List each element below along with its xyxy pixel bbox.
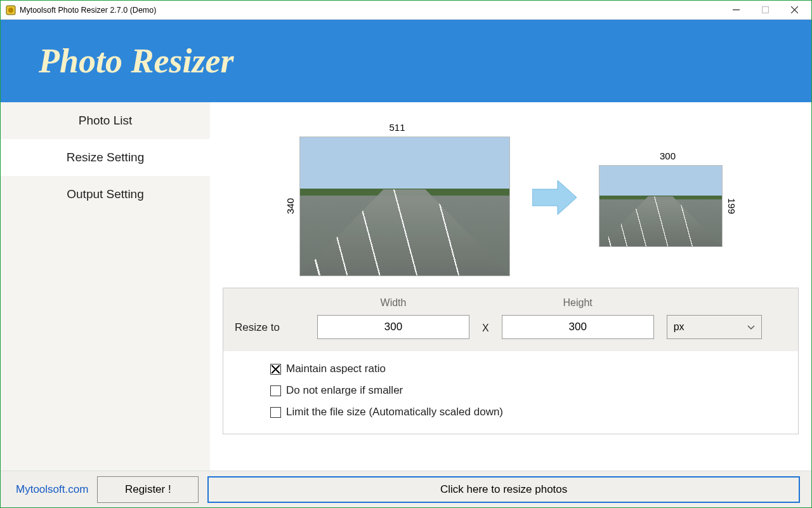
check-no-enlarge[interactable]: Do not enlarge if smaller <box>270 384 779 397</box>
checkbox-icon <box>270 407 281 418</box>
vendor-link[interactable]: Mytoolsoft.com <box>12 483 88 496</box>
unit-select[interactable]: px <box>667 315 762 339</box>
minimize-button[interactable] <box>721 1 750 19</box>
app-banner: Photo Resizer <box>1 20 811 102</box>
svg-marker-6 <box>532 180 577 215</box>
dimension-separator: X <box>482 323 489 339</box>
target-height-label: 199 <box>726 198 737 214</box>
source-thumbnail <box>299 137 510 276</box>
content-area: Photo List Resize Setting Output Setting… <box>1 102 811 471</box>
sidebar: Photo List Resize Setting Output Setting <box>1 102 210 471</box>
width-label: Width <box>381 297 407 309</box>
resize-label: Click here to resize photos <box>440 483 567 496</box>
window-title: Mytoolsoft Photo Resizer 2.7.0 (Demo) <box>20 6 721 15</box>
height-column: Height <box>502 297 654 339</box>
preview-area: 511 340 300 199 <box>223 110 799 288</box>
tab-output-setting[interactable]: Output Setting <box>1 176 210 213</box>
options-list: Maintain aspect ratio Do not enlarge if … <box>242 363 779 418</box>
chevron-down-icon <box>747 321 755 333</box>
check-label: Maintain aspect ratio <box>286 363 386 375</box>
register-button[interactable]: Register ! <box>97 476 199 503</box>
svg-point-1 <box>8 8 13 13</box>
target-image-box: 300 199 <box>599 150 737 247</box>
source-width-label: 511 <box>389 122 405 133</box>
target-thumbnail <box>599 165 723 247</box>
source-height-label: 340 <box>285 198 296 214</box>
tab-label: Output Setting <box>67 187 143 201</box>
svg-rect-3 <box>762 7 768 13</box>
width-column: Width <box>317 297 469 339</box>
resize-button[interactable]: Click here to resize photos <box>207 476 800 503</box>
footer: Mytoolsoft.com Register ! Click here to … <box>1 471 811 507</box>
unit-value: px <box>674 321 684 333</box>
tab-label: Resize Setting <box>67 150 145 164</box>
main-panel: 511 340 300 199 <box>210 102 811 471</box>
titlebar: Mytoolsoft Photo Resizer 2.7.0 (Demo) <box>1 1 811 20</box>
target-width-label: 300 <box>660 150 676 161</box>
width-input[interactable] <box>317 315 469 339</box>
tab-photo-list[interactable]: Photo List <box>1 102 210 139</box>
checkbox-icon <box>270 364 281 375</box>
checkbox-icon <box>270 385 281 396</box>
resize-form: Resize to Width X Height px <box>223 288 799 434</box>
check-label: Limit the file size (Automatically scale… <box>286 406 503 418</box>
check-label: Do not enlarge if smaller <box>286 384 403 397</box>
check-limit-size[interactable]: Limit the file size (Automatically scale… <box>270 406 779 418</box>
close-button[interactable] <box>780 1 809 19</box>
register-label: Register ! <box>125 483 171 496</box>
height-label: Height <box>563 297 593 309</box>
app-icon <box>6 5 16 15</box>
height-input[interactable] <box>502 315 654 339</box>
check-aspect-ratio[interactable]: Maintain aspect ratio <box>270 363 779 375</box>
tab-label: Photo List <box>79 114 133 128</box>
maximize-button[interactable] <box>750 1 780 19</box>
resize-dimension-row: Resize to Width X Height px <box>223 288 798 351</box>
tab-resize-setting[interactable]: Resize Setting <box>1 139 210 176</box>
resize-to-label: Resize to <box>235 321 304 339</box>
banner-title: Photo Resizer <box>39 41 234 81</box>
source-image-box: 511 340 <box>285 122 510 276</box>
arrow-icon <box>532 180 577 217</box>
app-window: Mytoolsoft Photo Resizer 2.7.0 (Demo) Ph… <box>0 0 812 508</box>
window-buttons <box>721 1 809 19</box>
